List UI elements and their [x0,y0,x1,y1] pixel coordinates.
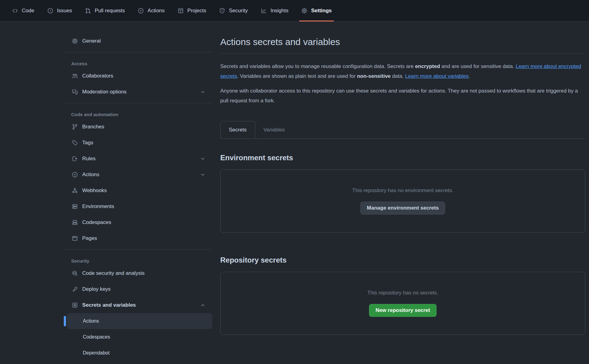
sidebar-item-environments[interactable]: Environments [64,199,212,214]
sidebar-item-label: Branches [82,124,104,130]
environment-secrets-heading: Environment secrets [220,154,585,162]
page-title: Actions secrets and variables [220,37,585,47]
people-icon [72,73,78,79]
sidebar-item-code-security[interactable]: Code security and analysis [64,265,212,281]
nav-tab-label: Projects [187,8,206,14]
intro-text-segment: . [469,73,470,79]
code-icon [12,8,18,14]
sidebar-item-webhooks[interactable]: Webhooks [64,183,212,199]
sidebar-subitem-actions[interactable]: Actions [67,313,212,329]
sidebar-item-deploy-keys[interactable]: Deploy keys [64,281,212,297]
sidebar-item-branches[interactable]: Branches [64,119,212,135]
tag-icon [72,140,78,146]
sidebar-section-security: Security [64,253,212,265]
intro-bold-non-sensitive: non-sensitive [357,73,391,79]
webhook-icon [72,188,78,194]
asterisk-box-icon [72,302,78,308]
selected-indicator-bar [64,316,66,326]
intro-bold-encrypted: encrypted [415,63,440,69]
intro-text-segment: Secrets and variables allow you to manag… [220,63,415,69]
nav-tab-security[interactable]: Security [213,0,254,21]
chevron-down-icon [200,89,206,95]
settings-main: Actions secrets and variables Secrets an… [220,33,585,335]
sidebar-item-rules[interactable]: Rules [64,151,212,167]
sidebar-divider [64,103,212,103]
sidebar-divider [64,249,212,250]
browser-icon [72,235,78,241]
learn-more-variables-link[interactable]: Learn more about variables [405,73,469,79]
page-header: Actions secrets and variables [220,33,585,54]
git-branch-icon [72,124,78,130]
intro-text-segment: data. [391,73,405,79]
sidebar-item-codespaces[interactable]: Codespaces [64,214,212,230]
nav-tab-code[interactable]: Code [6,0,41,21]
sidebar-item-secrets-and-variables[interactable]: Secrets and variables [64,297,212,313]
nav-tab-actions[interactable]: Actions [131,0,171,21]
sidebar-section-code-and-automation: Code and automation [64,106,212,119]
sidebar-item-pages[interactable]: Pages [64,230,212,246]
sidebar-item-moderation-options[interactable]: Moderation options [64,84,212,100]
sidebar-item-general[interactable]: General [64,33,212,49]
nav-tab-pull-requests[interactable]: Pull requests [79,0,131,21]
sidebar-item-label: Secrets and variables [82,302,136,308]
code-scan-icon [72,270,78,276]
intro-paragraph-1: Secrets and variables allow you to manag… [220,62,585,81]
repository-secrets-box: This repository has no secrets. New repo… [220,272,585,335]
key-icon [72,286,78,292]
play-icon [138,8,144,14]
sidebar-subitem-codespaces[interactable]: Codespaces [67,329,212,345]
intro-text: Secrets and variables allow you to manag… [220,62,585,106]
nav-tab-label: Code [22,8,34,14]
nav-tab-issues[interactable]: Issues [41,0,79,21]
sidebar-item-label: Rules [82,156,95,162]
intro-text-segment: and are used for sensitive data. [440,63,516,69]
sidebar-subitem-label: Dependabot [83,350,110,356]
new-repository-secret-button[interactable]: New repository secret [369,304,437,317]
sidebar-item-label: Collaborators [82,73,113,79]
pull-request-icon [85,8,91,14]
secrets-variables-tabnav: Secrets Variables [220,121,585,139]
issue-icon [47,8,53,14]
nav-tab-projects[interactable]: Projects [171,0,213,21]
sidebar-item-collaborators[interactable]: Collaborators [64,68,212,84]
sidebar-item-label: Environments [82,203,114,210]
environment-secrets-empty-text: This repository has no environment secre… [352,188,453,194]
sidebar-item-label: Tags [82,140,93,146]
nav-tab-label: Insights [271,8,289,14]
active-tab-underline [299,21,334,21]
graph-icon [261,8,267,14]
play-icon [72,172,78,178]
sidebar-item-label: Moderation options [82,89,127,95]
settings-sidebar: General Access Collaborators Moderation … [64,33,212,361]
nav-tab-insights[interactable]: Insights [254,0,295,21]
sidebar-item-label: General [82,38,101,44]
nav-tab-settings[interactable]: Settings [295,0,338,21]
settings-layout: General Access Collaborators Moderation … [0,21,589,361]
repository-secrets-heading: Repository secrets [220,256,585,264]
sidebar-item-label: Webhooks [82,188,107,194]
chevron-down-icon [200,156,206,161]
server-icon [72,203,78,210]
shield-icon [219,8,225,14]
sidebar-item-label: Pages [82,235,97,241]
sidebar-subitem-label: Codespaces [83,334,110,340]
nav-tab-label: Actions [148,8,165,14]
sidebar-divider [64,52,212,52]
comment-discussion-icon [72,89,78,95]
manage-environment-secrets-button[interactable]: Manage environment secrets [360,202,445,214]
sidebar-item-label: Code security and analysis [82,270,144,276]
nav-tab-label: Security [229,8,248,14]
chevron-down-icon [200,172,206,177]
repo-tab-bar: Code Issues Pull requests Actions Projec… [0,0,589,21]
tab-variables[interactable]: Variables [255,121,293,138]
tab-secrets[interactable]: Secrets [220,121,255,138]
nav-tab-label: Settings [311,8,332,14]
sidebar-subitem-dependabot[interactable]: Dependabot [67,345,212,361]
repository-secrets-empty-text: This repository has no secrets. [367,290,438,296]
sidebar-item-tags[interactable]: Tags [64,135,212,151]
sidebar-section-access: Access [64,55,212,68]
intro-text-segment: . Variables are shown as plain text and … [237,73,357,79]
chevron-up-icon [200,302,206,308]
sidebar-item-label: Codespaces [82,219,111,226]
sidebar-item-actions[interactable]: Actions [64,167,212,183]
